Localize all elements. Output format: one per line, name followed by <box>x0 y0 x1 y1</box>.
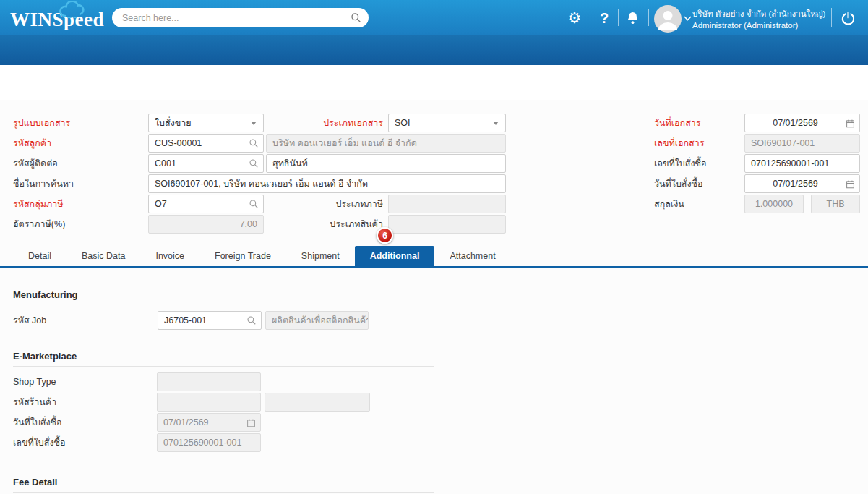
tax-group-field[interactable] <box>148 195 264 213</box>
doc-format-value: ใบสั่งขาย <box>149 116 251 130</box>
logout-power-icon[interactable] <box>838 9 857 27</box>
tab-additionnal[interactable]: Additionnal <box>355 246 435 266</box>
shop-type-field <box>157 372 261 391</box>
currency-value: THB <box>827 199 845 209</box>
exchange-rate-field: 1.000000 <box>744 195 804 213</box>
fee-detail-heading: Fee Detail <box>13 477 57 487</box>
select-caret-icon <box>493 122 499 125</box>
contact-code-input[interactable] <box>149 155 249 172</box>
tax-rate-field: 7.00 <box>148 215 264 234</box>
search-name-label: ชื่อในการค้นหา <box>13 174 143 193</box>
doc-date-input[interactable] <box>745 114 846 132</box>
shop-code-label: รหัสร้านค้า <box>13 393 143 412</box>
shop-name-field <box>265 393 370 412</box>
search-name-input[interactable] <box>149 175 505 192</box>
market-po-date-value: 07/01/2569 <box>158 417 246 427</box>
search-name-field[interactable] <box>148 174 506 193</box>
emarketplace-heading: E-Marketplace <box>13 351 77 362</box>
po-no-input[interactable] <box>745 155 859 172</box>
po-date-label: วันที่ใบสั่งซื้อ <box>654 174 737 193</box>
doc-no-label: เลขที่เอกสาร <box>654 134 737 153</box>
job-name-field: ผลิตสินค้าเพื่อสต็อกสินค้า <box>265 311 369 330</box>
tab-detail[interactable]: Detail <box>13 246 66 266</box>
divider <box>831 8 832 27</box>
job-code-input[interactable] <box>158 312 246 329</box>
doc-format-label: รูปแบบเอกสาร <box>13 114 143 132</box>
customer-code-field[interactable] <box>148 134 264 153</box>
doc-no-field: SOI690107-001 <box>744 134 860 153</box>
lookup-magnifier-icon[interactable] <box>249 199 259 209</box>
global-search <box>112 8 369 27</box>
doc-type-label: ประเภทเอกสาร <box>282 114 383 132</box>
cloud-icon <box>56 1 94 19</box>
lookup-magnifier-icon[interactable] <box>246 315 257 325</box>
search-icon[interactable] <box>351 12 361 23</box>
tax-type-label: ประเภทภาษี <box>282 195 383 213</box>
calendar-icon[interactable] <box>846 119 855 128</box>
search-input[interactable] <box>122 13 351 23</box>
po-date-field[interactable] <box>744 174 860 193</box>
tab-foreign-trade[interactable]: Foreign Trade <box>199 246 286 266</box>
currency-field: THB <box>811 195 860 213</box>
doc-type-select[interactable]: SOI <box>388 114 506 132</box>
doc-no-value: SOI690107-001 <box>745 138 859 148</box>
market-po-no-field: 070125690001-001 <box>157 433 261 452</box>
calendar-icon[interactable] <box>846 179 855 189</box>
tab-attachment[interactable]: Attachment <box>434 246 510 266</box>
divider <box>590 9 590 26</box>
market-po-date-label: วันที่ใบสั่งซื้อ <box>13 413 143 432</box>
contact-code-field[interactable] <box>148 154 264 173</box>
section-rule <box>13 366 434 367</box>
contact-name-field[interactable] <box>266 154 506 173</box>
lookup-magnifier-icon[interactable] <box>249 158 259 169</box>
po-no-field[interactable] <box>744 154 860 173</box>
job-code-label: รหัส Job <box>13 311 143 330</box>
job-name-value: ผลิตสินค้าเพื่อสต็อกสินค้า <box>266 313 368 328</box>
shop-type-label: Shop Type <box>13 372 143 391</box>
contact-code-label: รหัสผู้ติดต่อ <box>13 154 143 173</box>
tab-invoice[interactable]: Invoice <box>140 246 199 266</box>
po-no-label: เลขที่ใบสั่งซื้อ <box>654 154 737 173</box>
user-info[interactable]: บริษัท ตัวอย่าง จำกัด (สำนักงานใหญ่) Adm… <box>692 8 825 31</box>
customer-name-value: บริษัท คอนเวเยอร์ เอ็ม แอนด์ อี จำกัด <box>267 136 505 150</box>
goods-type-label: ประเภทสินค้า <box>282 215 383 234</box>
detail-tabs: Detail Basic Data Invoice Foreign Trade … <box>13 246 511 266</box>
help-icon[interactable]: ? <box>597 9 611 27</box>
tab-shipment[interactable]: Shipment <box>286 246 355 266</box>
contact-name-input[interactable] <box>267 155 505 172</box>
market-po-no-label: เลขที่ใบสั่งซื้อ <box>13 433 143 452</box>
tax-rate-label: อัตราภาษี(%) <box>13 215 143 234</box>
currency-label: สกุลเงิน <box>654 195 737 213</box>
divider <box>648 9 649 26</box>
section-rule <box>13 305 434 305</box>
user-menu-chevron-icon[interactable] <box>684 16 692 21</box>
user-company: บริษัท ตัวอย่าง จำกัด (สำนักงานใหญ่) <box>692 8 825 20</box>
main-nav-bar: System Management Company Manager Vendor… <box>0 35 868 65</box>
doc-format-select[interactable]: ใบสั่งขาย <box>148 114 264 132</box>
customer-code-input[interactable] <box>149 135 249 152</box>
manufacturing-heading: Menufacturing <box>13 289 78 300</box>
select-caret-icon <box>251 122 257 125</box>
customer-name-field: บริษัท คอนเวเยอร์ เอ็ม แอนด์ อี จำกัด <box>266 134 506 153</box>
user-role: Administrator (Administrator) <box>692 20 825 31</box>
market-po-date-field: 07/01/2569 <box>157 413 261 432</box>
user-avatar[interactable] <box>654 5 682 35</box>
shop-code-field <box>157 393 261 412</box>
settings-gear-icon[interactable]: ⚙ <box>566 9 583 27</box>
job-code-field[interactable] <box>158 311 262 330</box>
tax-type-field <box>388 195 506 213</box>
market-po-no-value: 070125690001-001 <box>158 438 260 448</box>
po-date-input[interactable] <box>745 175 846 192</box>
calendar-icon <box>246 418 256 427</box>
notifications-bell-icon[interactable] <box>624 9 641 27</box>
tab-basic-data[interactable]: Basic Data <box>66 246 140 266</box>
step-6-badge: 6 <box>377 227 393 244</box>
tax-group-input[interactable] <box>149 195 249 213</box>
customer-code-label: รหัสลูกค้า <box>13 134 143 153</box>
tax-rate-value: 7.00 <box>149 219 263 229</box>
lookup-magnifier-icon[interactable] <box>249 138 259 148</box>
header-bar: WINSpeed ⚙ ? <box>0 0 868 35</box>
doc-date-field[interactable] <box>744 114 860 132</box>
doc-type-value: SOI <box>389 118 493 128</box>
doc-date-label: วันที่เอกสาร <box>654 114 737 132</box>
